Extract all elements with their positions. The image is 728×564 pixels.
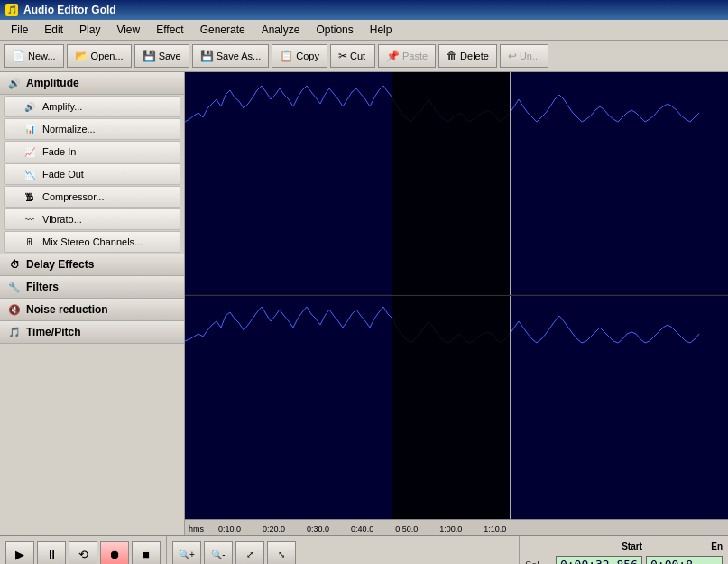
timeline-0-50: 0:50.0 — [384, 524, 429, 533]
normalize-label: Normalize... — [42, 124, 96, 134]
waveform-top[interactable]: // Generate waveform-like SVG path via J… — [185, 72, 728, 296]
menu-view[interactable]: View — [109, 22, 147, 38]
waveform-area: // Generate waveform-like SVG path via J… — [185, 72, 728, 535]
sel-label: Sel — [525, 559, 552, 565]
timeline: hms 0:10.0 0:20.0 0:30.0 0:40.0 0:50.0 1… — [185, 519, 728, 535]
fade-out-label: Fade Out — [42, 169, 84, 180]
new-button[interactable]: 📄New... — [4, 44, 64, 68]
app-title: Audio Editor Gold — [23, 4, 116, 16]
timeline-0-20: 0:20.0 — [252, 524, 296, 533]
zoom-full-h-button[interactable]: ⤢ — [235, 541, 264, 564]
title-bar: 🎵 Audio Editor Gold — [0, 0, 728, 20]
open-button[interactable]: 📂Open... — [67, 44, 132, 68]
toolbar: 📄New... 📂Open... 💾Save 💾Save As... 📋Copy… — [0, 41, 728, 72]
compressor-label: Compressor... — [42, 191, 104, 202]
sel-start-value: 0:00:32.856 — [556, 556, 642, 564]
mix-stereo-label: Mix Stereo Channels... — [42, 236, 143, 247]
time-pitch-section-header[interactable]: 🎵 Time/Pitch — [0, 321, 184, 344]
end-header: En — [646, 541, 723, 551]
noise-reduction-icon: 🔇 — [7, 302, 22, 317]
delay-icon: ⏱ — [7, 257, 22, 272]
record-button[interactable]: ⏺ — [100, 541, 129, 564]
noise-reduction-label: Noise reduction — [26, 303, 108, 316]
play-button[interactable]: ▶ — [5, 541, 34, 564]
vibrato-button[interactable]: 〰 Vibrato... — [4, 208, 180, 230]
menu-file[interactable]: File — [4, 22, 35, 38]
sel-end-value: 0:00:8 — [646, 556, 723, 564]
mix-stereo-icon: 🎚 — [23, 235, 37, 249]
amplitude-icon: 🔊 — [7, 76, 22, 90]
delay-effects-label: Delay Effects — [26, 258, 94, 271]
menu-help[interactable]: Help — [363, 22, 400, 38]
transport-row-1: ▶ ⏸ ⟲ ⏺ ■ — [5, 541, 161, 564]
timeline-0-40: 0:40.0 — [340, 524, 384, 533]
amplitude-section-header[interactable]: 🔊 Amplitude — [0, 72, 184, 95]
amplify-button[interactable]: 🔊 Amplify... — [4, 96, 180, 117]
menu-analyze[interactable]: Analyze — [254, 22, 308, 38]
menu-bar: File Edit Play View Effect Generate Anal… — [0, 20, 728, 41]
menu-edit[interactable]: Edit — [37, 22, 70, 38]
timeline-1-10: 1:10.0 — [473, 524, 517, 533]
left-panel: 🔊 Amplitude 🔊 Amplify... 📊 Normalize... … — [0, 72, 185, 535]
timeline-0-10: 0:10.0 — [207, 524, 252, 533]
vibrato-icon: 〰 — [23, 212, 37, 227]
waveform-bottom[interactable] — [185, 296, 728, 520]
compressor-icon: 🗜 — [23, 190, 37, 204]
normalize-icon: 📊 — [23, 122, 37, 136]
zoom-sel-h-button[interactable]: ⤡ — [267, 541, 296, 564]
undo-button[interactable]: ↩Un... — [500, 44, 548, 68]
vibrato-label: Vibrato... — [42, 214, 82, 225]
filters-label: Filters — [26, 281, 59, 293]
timeline-hms: hms — [185, 524, 207, 533]
pause-button[interactable]: ⏸ — [37, 541, 66, 564]
timeline-0-30: 0:30.0 — [296, 524, 340, 533]
selection-overlay-bottom[interactable] — [392, 296, 511, 520]
zoom-controls: 🔍+ 🔍- ⤢ ⤡ 🔼 🔽 ⊞ ⊟ — [166, 536, 301, 564]
noise-reduction-section-header[interactable]: 🔇 Noise reduction — [0, 299, 184, 321]
sel-time-row: Sel 0:00:32.856 0:00:8 — [525, 556, 723, 564]
fade-in-label: Fade In — [42, 146, 76, 157]
menu-effect[interactable]: Effect — [149, 22, 190, 38]
transport-controls: ▶ ⏸ ⟲ ⏺ ■ ⏮ ⏪ ▶ ⏩ ⏭ — [0, 536, 166, 564]
fade-in-icon: 📈 — [23, 144, 37, 159]
mix-stereo-button[interactable]: 🎚 Mix Stereo Channels... — [4, 231, 180, 253]
main-area: 🔊 Amplitude 🔊 Amplify... 📊 Normalize... … — [0, 72, 728, 535]
filters-section-header[interactable]: 🔧 Filters — [0, 276, 184, 299]
app-icon: 🎵 — [5, 4, 18, 16]
time-display: Start En Sel 0:00:32.856 0:00:8 View 0:0… — [519, 536, 728, 564]
bottom-area: ▶ ⏸ ⟲ ⏺ ■ ⏮ ⏪ ▶ ⏩ ⏭ 🔍+ 🔍- ⤢ ⤡ 🔼 🔽 ⊞ ⊟ — [0, 535, 728, 564]
info-panel — [301, 536, 519, 564]
stop-button[interactable]: ■ — [132, 541, 161, 564]
menu-options[interactable]: Options — [309, 22, 360, 38]
copy-button[interactable]: 📋Copy — [272, 44, 327, 68]
compressor-button[interactable]: 🗜 Compressor... — [4, 186, 180, 208]
time-pitch-icon: 🎵 — [7, 325, 22, 339]
zoom-row-1: 🔍+ 🔍- ⤢ ⤡ — [172, 541, 296, 564]
delete-button[interactable]: 🗑Delete — [438, 44, 497, 68]
save-button[interactable]: 💾Save — [134, 44, 189, 68]
timeline-1-00: 1:00.0 — [429, 524, 473, 533]
amplify-icon: 🔊 — [23, 99, 37, 114]
selection-overlay-top[interactable] — [392, 72, 511, 295]
amplitude-effects: 🔊 Amplify... 📊 Normalize... 📈 Fade In 📉 … — [0, 96, 184, 253]
fade-out-button[interactable]: 📉 Fade Out — [4, 163, 180, 185]
menu-generate[interactable]: Generate — [193, 22, 253, 38]
paste-button[interactable]: 📌Paste — [378, 44, 436, 68]
menu-play[interactable]: Play — [72, 22, 107, 38]
amplitude-label: Amplitude — [26, 77, 79, 89]
amplify-label: Amplify... — [42, 101, 82, 112]
time-pitch-label: Time/Pitch — [26, 326, 80, 338]
cut-button[interactable]: ✂Cut — [330, 44, 375, 68]
normalize-button[interactable]: 📊 Normalize... — [4, 118, 180, 140]
waveform-container[interactable]: // Generate waveform-like SVG path via J… — [185, 72, 728, 519]
zoom-out-h-button[interactable]: 🔍- — [204, 541, 233, 564]
filters-icon: 🔧 — [7, 280, 22, 294]
loop-button[interactable]: ⟲ — [69, 541, 97, 564]
start-header: Start — [566, 541, 642, 551]
fade-out-icon: 📉 — [23, 167, 37, 181]
zoom-in-h-button[interactable]: 🔍+ — [172, 541, 201, 564]
fade-in-button[interactable]: 📈 Fade In — [4, 141, 180, 162]
save-as-button[interactable]: 💾Save As... — [192, 44, 270, 68]
delay-effects-section-header[interactable]: ⏱ Delay Effects — [0, 254, 184, 276]
